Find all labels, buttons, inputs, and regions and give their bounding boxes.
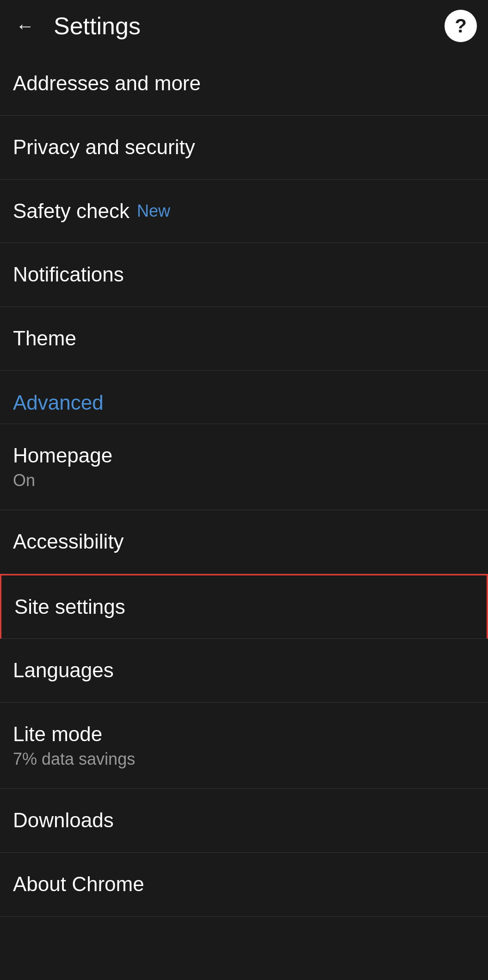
- menu-item-title: Languages: [13, 658, 475, 683]
- menu-item-site-settings[interactable]: Site settings: [0, 574, 488, 639]
- menu-item-title: Safety check: [13, 199, 130, 224]
- menu-item-title: About Chrome: [13, 872, 475, 897]
- menu-item-subtitle: 7% data savings: [13, 749, 475, 769]
- menu-list: Addresses and more Privacy and security …: [0, 52, 488, 917]
- menu-item-title: Homepage: [13, 443, 475, 468]
- menu-item-privacy[interactable]: Privacy and security: [0, 116, 488, 180]
- menu-item-title: Addresses and more: [13, 71, 475, 96]
- menu-item-title: Downloads: [13, 808, 475, 833]
- menu-item-safety-check[interactable]: Safety check New: [0, 180, 488, 243]
- section-header-advanced: Advanced: [0, 371, 488, 424]
- menu-item-about-chrome[interactable]: About Chrome: [0, 853, 488, 917]
- menu-item-notifications[interactable]: Notifications: [0, 243, 488, 307]
- menu-item-title: Privacy and security: [13, 135, 475, 160]
- menu-item-addresses[interactable]: Addresses and more: [0, 52, 488, 116]
- menu-item-theme[interactable]: Theme: [0, 307, 488, 371]
- header-left: ← Settings: [11, 12, 141, 40]
- help-icon: ?: [455, 15, 467, 37]
- menu-item-languages[interactable]: Languages: [0, 639, 488, 703]
- page-title: Settings: [54, 12, 141, 40]
- new-badge: New: [137, 201, 170, 221]
- header: ← Settings ?: [0, 0, 488, 52]
- menu-item-title: Notifications: [13, 262, 475, 287]
- menu-item-accessibility[interactable]: Accessibility: [0, 510, 488, 574]
- menu-item-title: Lite mode: [13, 722, 475, 747]
- menu-item-title: Site settings: [14, 595, 474, 619]
- back-arrow-icon: ←: [16, 17, 34, 35]
- menu-item-downloads[interactable]: Downloads: [0, 789, 488, 853]
- menu-item-lite-mode[interactable]: Lite mode 7% data savings: [0, 703, 488, 789]
- menu-item-title: Accessibility: [13, 530, 475, 554]
- app-container: ← Settings ? Addresses and more Privacy …: [0, 0, 488, 917]
- help-button[interactable]: ?: [445, 10, 477, 42]
- section-header-text: Advanced: [13, 391, 104, 414]
- back-button[interactable]: ←: [11, 12, 39, 40]
- menu-item-title: Theme: [13, 326, 475, 351]
- menu-item-homepage[interactable]: Homepage On: [0, 424, 488, 510]
- menu-item-subtitle: On: [13, 471, 475, 490]
